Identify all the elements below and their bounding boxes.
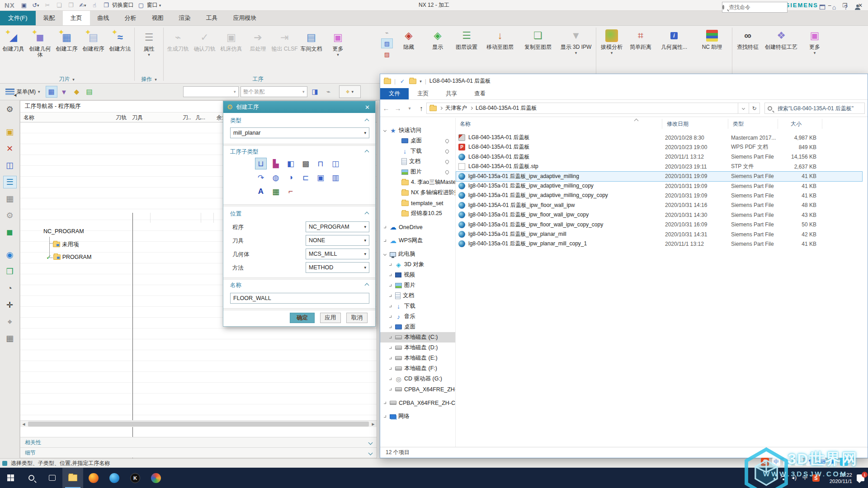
sidebar-item-WPS网盘[interactable]: WPS网盘 xyxy=(380,235,455,246)
sidebar-item-OneDrive[interactable]: OneDrive xyxy=(380,222,455,232)
scroll-right-icon[interactable]: ► xyxy=(370,422,377,427)
sidebar-splitter[interactable] xyxy=(455,118,456,447)
file-row[interactable]: LG8-040-135A-01 后盖板2020/11/1 13:12Siemen… xyxy=(456,152,862,162)
ribbon-button-NC 助理[interactable]: NC 助理 xyxy=(693,26,731,50)
subtype-floor-wall-icon[interactable]: ⊔ xyxy=(255,158,267,169)
home-icon[interactable]: ⌂ xyxy=(828,2,840,13)
type-combo[interactable]: mill_planar▾ xyxy=(230,127,369,138)
recent-locations-icon[interactable]: ▾ xyxy=(404,106,415,111)
tab-file[interactable]: 文件(F) xyxy=(0,11,36,25)
subtype-finish-floor-icon[interactable]: ◑ xyxy=(285,172,297,183)
file-column-类型[interactable]: 类型 xyxy=(729,119,778,129)
file-row[interactable]: lg8-040-135a-01 后盖板_ipw_planar_mill2020/… xyxy=(456,230,862,239)
file-column-名称[interactable]: 名称 xyxy=(456,119,662,129)
ribbon-button-几何属性...[interactable]: 几何属性... xyxy=(655,26,693,50)
sidebar-item-桌面[interactable]: 桌面 xyxy=(380,136,455,146)
tree-row-NC_PROGRAM[interactable]: NC_PROGRAM xyxy=(40,226,84,237)
touch-mode-icon[interactable]: ☝ xyxy=(90,1,99,9)
name-section-header[interactable]: 名称 xyxy=(230,281,368,289)
sidebar-item-template_set[interactable]: template_set xyxy=(380,198,455,208)
properties-quick-icon[interactable]: ✓ xyxy=(399,78,406,84)
tab-分析[interactable]: 分析 xyxy=(117,11,144,25)
hidden-icons-chevron[interactable]: ▴ xyxy=(773,477,775,479)
expand-chevron-icon[interactable] xyxy=(382,402,387,404)
sidebar-item-图片[interactable]: 图片 xyxy=(380,167,455,177)
subtype-groove-milling-icon[interactable]: ⊏ xyxy=(300,172,311,183)
sidebar-item-4. 李ao三轴Master[interactable]: 4. 李ao三轴Master xyxy=(380,177,455,188)
ime-emoji-icon[interactable]: ☺ xyxy=(795,458,803,466)
sidebar-item-CPBA_X64FRE_ZH-[interactable]: CPBA_X64FRE_ZH- xyxy=(380,384,455,394)
location-combo-刀具[interactable]: NONE▾ xyxy=(306,235,369,246)
sidebar-item-3D 对象[interactable]: 3D 对象 xyxy=(380,259,455,270)
dialog-titlebar[interactable]: ⚙ 创建工序 ✕ xyxy=(223,101,375,113)
tab-应用模块[interactable]: 应用模块 xyxy=(226,11,264,25)
subtype-floor-wall-ipw-icon[interactable]: ▙ xyxy=(270,158,282,169)
tab-曲线[interactable]: 曲线 xyxy=(90,11,117,25)
group-label-操作[interactable]: 操作▾ xyxy=(136,75,162,84)
sidebar-item-本地磁盘 (C:)[interactable]: 本地磁盘 (C:) xyxy=(380,332,455,343)
file-row[interactable]: lg8-040-135a-01 后盖板_ipw_floor_wall_ipw_c… xyxy=(456,220,862,230)
file-column-大小[interactable]: 大小 xyxy=(779,119,822,129)
expand-chevron-icon[interactable] xyxy=(387,274,393,276)
sidebar-item-音乐[interactable]: 音乐 xyxy=(380,311,455,322)
ribbon-button-创建方法[interactable]: 创建方法 xyxy=(107,28,133,52)
tab-视图[interactable]: 视图 xyxy=(144,11,171,25)
expand-chevron-icon[interactable] xyxy=(387,347,393,349)
sidebar-item-此电脑[interactable]: 此电脑 xyxy=(380,249,455,259)
save-icon[interactable]: ▣ xyxy=(19,1,28,9)
cut-icon[interactable]: ✂ xyxy=(43,1,52,9)
tab-主页[interactable]: 主页 xyxy=(63,11,90,25)
command-finder[interactable] xyxy=(722,2,788,13)
sidebar-item-图片[interactable]: 图片 xyxy=(380,280,455,291)
ime-sogou-s-icon[interactable]: S xyxy=(761,458,769,466)
ime-keyboard-icon[interactable]: ⌨ xyxy=(817,458,826,466)
setup-cube-icon[interactable]: ◼ xyxy=(3,226,17,239)
file-row[interactable]: lg8-040-135a-01 后盖板_ipw_planar_mill_copy… xyxy=(456,239,862,249)
sidebar-item-文档[interactable]: 文档 xyxy=(380,156,455,167)
window-style-icon[interactable]: 🗔 xyxy=(816,2,828,13)
file-row[interactable]: lg8-040-135a-01 后盖板_ipw_adaptive_milling… xyxy=(456,191,862,200)
assembly-navigator-icon[interactable]: ▣ xyxy=(3,126,17,138)
ribbon-button-创建几何体[interactable]: 创建几何体 xyxy=(27,28,53,58)
subtype-mill-user-icon[interactable]: ⌐ xyxy=(285,186,297,197)
taskbar-firefox-button[interactable] xyxy=(83,468,104,488)
action-center-icon[interactable]: 1 xyxy=(857,474,864,481)
column-header-刀轨[interactable]: 刀轨 xyxy=(116,113,127,122)
file-row[interactable]: lg8-040-135a-01 后盖板_ipw_adaptive_milling… xyxy=(456,181,862,191)
taskbar-clock[interactable]: 18:22 2020/11/1 xyxy=(824,472,852,484)
ribbon-button-更多[interactable]: 更多▾ xyxy=(325,28,351,56)
expand-chevron-icon[interactable] xyxy=(382,415,387,418)
ribbon-button-拔模分析[interactable]: 拔模分析▾ xyxy=(597,26,626,54)
ribbon-button-图层设置[interactable]: 图层设置 xyxy=(452,26,481,50)
method-view-icon[interactable]: ▤ xyxy=(84,86,95,98)
ime-skin-icon[interactable]: T xyxy=(840,458,848,466)
breadcrumb[interactable]: 天津客户 LG8-040-135A-01 后盖板 xyxy=(426,103,738,114)
explorer-tab-共享[interactable]: 共享 xyxy=(437,88,466,99)
sidebar-item-本地磁盘 (F:)[interactable]: 本地磁盘 (F:) xyxy=(380,363,455,374)
constraint-navigator-icon[interactable]: ✕ xyxy=(3,142,17,155)
taskbar-app-k-button[interactable]: K xyxy=(125,468,146,488)
expand-chevron-icon[interactable] xyxy=(387,305,393,307)
ribbon-button-隐藏[interactable]: 隐藏 xyxy=(394,26,423,50)
expand-chevron-icon[interactable] xyxy=(387,378,393,380)
section-edit-icon[interactable]: ▨ xyxy=(381,49,393,59)
operation-navigator-icon[interactable]: ☰ xyxy=(3,176,17,188)
menu-button[interactable]: 菜单(M)▾ xyxy=(3,87,43,97)
file-row[interactable]: lg8-040-135A-01 后盖板_ipw_floor_wall_ipw20… xyxy=(456,201,862,210)
ribbon-button-属性[interactable]: 属性▾ xyxy=(136,28,162,56)
taskbar-app-red-button[interactable] xyxy=(146,468,166,488)
taskbar-start-button[interactable] xyxy=(0,468,21,488)
search-box[interactable] xyxy=(764,103,865,114)
type-section-header[interactable]: 类型 xyxy=(230,117,368,125)
ribbon-button-创建刀具[interactable]: 创建刀具 xyxy=(0,28,27,52)
operation-name-input[interactable] xyxy=(230,293,369,304)
expand-chevron-icon[interactable] xyxy=(387,284,393,286)
new-folder-quick-icon[interactable] xyxy=(409,79,416,84)
ime-apos-icon[interactable]: ’, xyxy=(783,458,792,466)
ribbon-button-创建程序[interactable]: 创建程序 xyxy=(80,28,107,52)
machine-navigator-icon[interactable]: ▦ xyxy=(3,192,17,205)
ribbon-button-移动至图层[interactable]: 移动至图层 xyxy=(481,26,519,50)
ribbon-button-更多[interactable]: 更多▾ xyxy=(800,26,829,54)
taskbar-browser-button[interactable] xyxy=(104,468,125,488)
group-label-刀片[interactable]: 刀片▾ xyxy=(0,75,133,84)
